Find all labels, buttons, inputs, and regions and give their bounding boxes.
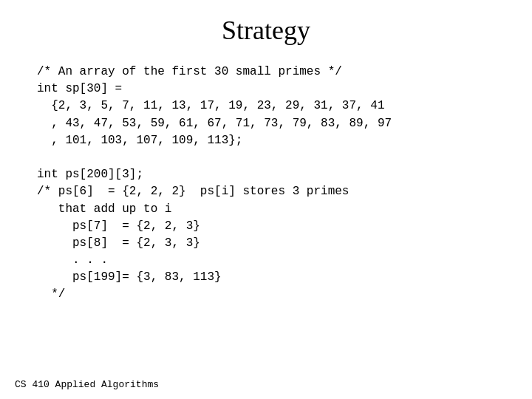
- bottom-label: CS 410 Applied Algorithms: [15, 379, 159, 390]
- code-line: . . .: [37, 252, 510, 269]
- code-line: , 43, 47, 53, 59, 61, 67, 71, 73, 79, 83…: [37, 115, 510, 132]
- slide-container: Strategy /* An array of the first 30 sma…: [0, 0, 532, 399]
- code-line: /* ps[6] = {2, 2, 2} ps[i] stores 3 prim…: [37, 183, 510, 200]
- code-line: */: [37, 286, 510, 303]
- code-line: {2, 3, 5, 7, 11, 13, 17, 19, 23, 29, 31,…: [37, 98, 510, 115]
- code-line: int ps[200][3];: [37, 166, 510, 183]
- code-line: ps[8] = {2, 3, 3}: [37, 235, 510, 252]
- code-block: /* An array of the first 30 small primes…: [22, 64, 510, 304]
- code-line: that add up to i: [37, 201, 510, 218]
- slide-title: Strategy: [222, 15, 310, 46]
- code-line: /* An array of the first 30 small primes…: [37, 64, 510, 81]
- code-line: [37, 149, 510, 166]
- code-line: int sp[30] =: [37, 81, 510, 98]
- code-line: ps[199]= {3, 83, 113}: [37, 269, 510, 286]
- code-line: ps[7] = {2, 2, 3}: [37, 218, 510, 235]
- code-line: , 101, 103, 107, 109, 113};: [37, 132, 510, 149]
